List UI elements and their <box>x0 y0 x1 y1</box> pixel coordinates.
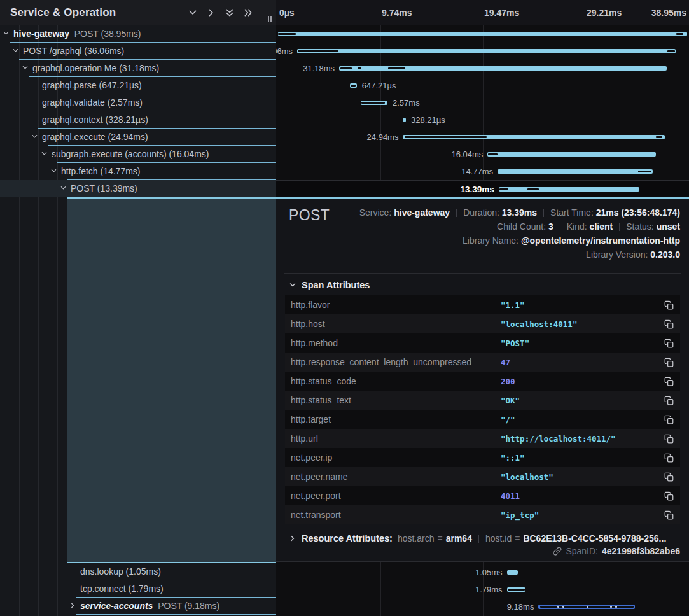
timeline-row: 1.79ms <box>276 581 689 598</box>
attribute-value: "localhost:4011" <box>501 319 577 329</box>
copy-icon[interactable] <box>664 491 674 501</box>
attribute-row: http.url"http://localhost:4011/" <box>285 429 680 448</box>
copy-icon[interactable] <box>664 377 674 386</box>
child-span-marker <box>488 153 498 155</box>
span-bar[interactable] <box>538 605 635 609</box>
timeline-row: 1.05ms <box>276 564 689 581</box>
resource-attribute: host.id=BC62E13B-C4CC-5854-9788-256... <box>485 533 666 543</box>
span-duration-label: 9.18ms <box>507 598 534 615</box>
equals-sign: = <box>512 533 523 543</box>
span-bar[interactable] <box>361 101 387 105</box>
tree-row[interactable]: graphql.operation Me (31.18ms) <box>0 60 276 77</box>
timeline-row: 38.95ms <box>276 25 689 43</box>
copy-icon[interactable] <box>664 510 674 520</box>
divider <box>478 535 479 543</box>
tree-row[interactable]: hive-gateway POST (38.95ms) <box>0 25 276 43</box>
timeline-tick-label: 19.47ms <box>484 0 519 25</box>
span-bar[interactable] <box>339 66 667 71</box>
timeline-tick-label: 29.21ms <box>587 0 622 25</box>
tree-row[interactable]: dns.lookup (1.05ms) <box>0 563 276 580</box>
collapse-one-icon[interactable] <box>188 8 198 18</box>
chevron-down-icon[interactable] <box>12 47 21 56</box>
duration-value: 13.39ms <box>502 207 537 218</box>
pane-resize-handle[interactable] <box>267 16 272 24</box>
tree-row[interactable]: graphql.context (328.21µs) <box>0 111 276 129</box>
attribute-value: "ip_tcp" <box>501 510 539 520</box>
chevron-down-icon[interactable] <box>60 185 69 193</box>
chevron-down-icon <box>289 281 296 289</box>
tree-row[interactable]: service-accounts POST (9.18ms) <box>0 598 276 615</box>
span-meta: Service: hive-gatewayDuration: 13.39msSt… <box>359 206 680 262</box>
attribute-key: http.flavor <box>291 300 501 310</box>
chevron-down-icon[interactable] <box>50 167 59 176</box>
copy-icon[interactable] <box>664 415 674 424</box>
attribute-value: "localhost" <box>501 472 553 482</box>
copy-icon[interactable] <box>664 396 674 405</box>
attribute-key: net.peer.port <box>291 491 501 501</box>
span-meta-line-2: Child Count: 3Kind: clientStatus: unset <box>359 220 680 234</box>
tree-row[interactable]: graphql.execute (24.94ms) <box>0 129 276 146</box>
attribute-key: net.peer.name <box>291 472 501 482</box>
copy-icon[interactable] <box>664 434 674 444</box>
attribute-row: http.status_code200 <box>285 372 680 391</box>
attribute-row: net.peer.ip"::1" <box>285 448 680 467</box>
span-bar[interactable] <box>507 570 518 575</box>
chevron-down-icon[interactable] <box>3 30 11 39</box>
event-dot <box>615 606 617 608</box>
copy-icon[interactable] <box>664 358 674 367</box>
tree-toolbar <box>188 8 276 18</box>
span-duration-label: 328.21µs <box>411 111 445 129</box>
copy-icon[interactable] <box>664 300 674 310</box>
tree-row[interactable]: http.fetch (14.77ms) <box>0 163 276 180</box>
span-bar[interactable] <box>278 32 687 36</box>
timeline-tick-label: 9.74ms <box>382 0 412 25</box>
span-bar[interactable] <box>487 152 656 157</box>
chevron-down-icon[interactable] <box>31 133 40 142</box>
attribute-value: 200 <box>501 377 515 386</box>
tree-row[interactable]: subgraph.execute (accounts) (16.04ms) <box>0 146 276 163</box>
tree-row[interactable]: graphql.validate (2.57ms) <box>0 94 276 111</box>
resource-attributes-title[interactable]: Resource Attributes: <box>302 533 393 543</box>
tree-row[interactable]: graphql.parse (647.21µs) <box>0 77 276 94</box>
attribute-key: http.target <box>291 414 501 424</box>
span-bar[interactable] <box>403 135 665 139</box>
span-bar[interactable] <box>403 118 406 122</box>
tree-row[interactable]: POST (13.39ms) <box>0 180 276 197</box>
collapse-all-icon[interactable] <box>225 8 235 18</box>
attribute-key: http.method <box>291 338 501 348</box>
chevron-down-icon[interactable] <box>41 150 50 159</box>
span-attributes-header[interactable]: Span Attributes <box>276 274 689 295</box>
kind-value: client <box>590 221 613 232</box>
span-detail-header: POST Service: hive-gatewayDuration: 13.3… <box>276 199 689 273</box>
span-id-value: 4e21998f3b82abe6 <box>602 546 680 556</box>
trace-viewer: Service & Operation 0µs9.74ms19.47ms29.2… <box>0 0 689 616</box>
start-time-label: Start Time: <box>550 207 594 218</box>
attribute-value: 47 <box>501 358 510 367</box>
expand-one-icon[interactable] <box>206 8 216 18</box>
chevron-right-icon[interactable] <box>69 602 78 611</box>
span-meta-line-3: Library Name: @opentelemetry/instrumenta… <box>359 234 680 248</box>
left-pane-header: Service & Operation <box>0 0 276 25</box>
service-value: hive-gateway <box>394 207 450 218</box>
copy-icon[interactable] <box>664 472 674 482</box>
span-bar[interactable] <box>498 169 653 174</box>
status-label: Status: <box>626 221 654 232</box>
span-bar[interactable] <box>507 587 526 592</box>
timeline-header: 0µs9.74ms19.47ms29.21ms38.95ms <box>276 0 689 25</box>
child-span-marker <box>656 136 662 138</box>
copy-icon[interactable] <box>664 319 674 329</box>
chevron-down-icon[interactable] <box>22 64 31 73</box>
span-detail-panel: POST Service: hive-gatewayDuration: 13.3… <box>276 197 689 561</box>
tree-row[interactable]: POST /graphql (36.06ms) <box>0 43 276 60</box>
child-span-marker <box>278 33 296 35</box>
span-bar[interactable] <box>297 49 676 53</box>
copy-icon[interactable] <box>664 339 674 348</box>
tree-row[interactable]: tcp.connect (1.79ms) <box>0 580 276 598</box>
span-bar[interactable] <box>350 83 357 88</box>
timeline-row: 647.21µs <box>276 77 689 94</box>
copy-icon[interactable] <box>664 453 674 463</box>
timeline-row: 24.94ms <box>276 129 689 146</box>
expand-all-icon[interactable] <box>243 8 253 18</box>
attribute-row: http.target"/" <box>285 410 680 429</box>
span-bar[interactable] <box>499 187 639 192</box>
